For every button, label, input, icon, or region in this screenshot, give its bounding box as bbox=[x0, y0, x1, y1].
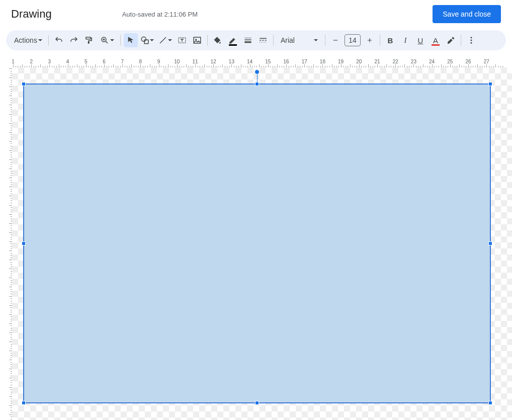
paint-roller-icon bbox=[84, 36, 94, 45]
border-dash-button[interactable] bbox=[256, 33, 270, 47]
fill-color-button[interactable] bbox=[211, 33, 225, 47]
undo-icon bbox=[54, 36, 63, 45]
svg-point-8 bbox=[470, 42, 472, 44]
border-color-button[interactable] bbox=[226, 33, 240, 47]
toolbar-separator bbox=[325, 35, 325, 46]
textbox-icon bbox=[178, 36, 187, 45]
resize-handle-ne[interactable] bbox=[488, 82, 492, 86]
pen-icon bbox=[228, 37, 237, 44]
toolbar-separator bbox=[48, 35, 49, 46]
svg-rect-2 bbox=[145, 40, 149, 44]
text-color-button[interactable]: A bbox=[429, 33, 443, 47]
actions-menu-button[interactable]: Actions bbox=[11, 33, 45, 47]
svg-point-1 bbox=[142, 37, 146, 41]
image-tool-button[interactable] bbox=[190, 33, 204, 47]
shapes-icon bbox=[140, 36, 149, 45]
font-family-select[interactable]: Arial bbox=[277, 33, 322, 47]
resize-handle-n[interactable] bbox=[255, 82, 259, 86]
svg-point-6 bbox=[470, 37, 472, 38]
drawing-workspace: 1234567891011121314151617181920212223242… bbox=[0, 57, 512, 420]
caret-down-icon bbox=[150, 39, 154, 41]
autosave-status: Auto-saved at 2:11:06 PM bbox=[122, 11, 433, 18]
resize-handle-sw[interactable] bbox=[22, 401, 26, 405]
italic-button[interactable]: I bbox=[398, 33, 412, 47]
caret-down-icon bbox=[38, 39, 42, 41]
zoom-icon bbox=[100, 36, 109, 45]
line-dash-icon bbox=[259, 36, 268, 45]
vertical-ruler bbox=[0, 67, 12, 420]
increase-font-size-button[interactable] bbox=[363, 33, 377, 47]
rotation-handle[interactable] bbox=[254, 69, 260, 74]
text-color-letter: A bbox=[433, 36, 438, 45]
line-icon bbox=[158, 36, 167, 45]
dialog-title: Drawing bbox=[11, 8, 52, 21]
resize-handle-se[interactable] bbox=[488, 401, 492, 405]
minus-icon bbox=[332, 37, 339, 44]
caret-down-icon bbox=[110, 39, 114, 41]
border-weight-button[interactable] bbox=[241, 33, 255, 47]
resize-handle-e[interactable] bbox=[488, 241, 492, 245]
toolbar-separator bbox=[273, 35, 274, 46]
select-tool-button[interactable] bbox=[124, 33, 138, 47]
toolbar: Actions bbox=[6, 30, 506, 50]
zoom-button[interactable] bbox=[97, 33, 117, 47]
underline-button[interactable]: U bbox=[413, 33, 428, 47]
resize-handle-s[interactable] bbox=[255, 401, 259, 405]
text-color-swatch bbox=[432, 44, 440, 46]
paint-bucket-icon bbox=[213, 36, 222, 45]
line-tool-button[interactable] bbox=[157, 33, 174, 47]
plus-icon bbox=[366, 37, 373, 44]
toolbar-separator bbox=[120, 35, 121, 46]
line-weight-icon bbox=[243, 36, 252, 45]
caret-down-icon bbox=[168, 39, 172, 41]
cursor-icon bbox=[126, 36, 135, 45]
highlighter-icon bbox=[446, 36, 455, 45]
paint-format-button[interactable] bbox=[82, 33, 96, 47]
font-name-label: Arial bbox=[281, 36, 295, 44]
dialog-header: Drawing Auto-saved at 2:11:06 PM Save an… bbox=[0, 0, 512, 30]
more-options-button[interactable] bbox=[464, 33, 478, 47]
highlight-color-button[interactable] bbox=[444, 33, 458, 47]
border-color-swatch bbox=[229, 44, 237, 46]
resize-handle-nw[interactable] bbox=[22, 82, 26, 86]
horizontal-ruler: 1234567891011121314151617181920212223242… bbox=[12, 57, 512, 67]
resize-handle-w[interactable] bbox=[22, 241, 26, 245]
shape-tool-button[interactable] bbox=[139, 33, 156, 47]
font-size-input[interactable]: 14 bbox=[345, 34, 361, 46]
toolbar-separator bbox=[207, 35, 208, 46]
textbox-tool-button[interactable] bbox=[175, 33, 189, 47]
toolbar-separator bbox=[380, 35, 380, 46]
bold-button[interactable]: B bbox=[383, 33, 397, 47]
decrease-font-size-button[interactable] bbox=[328, 33, 343, 47]
toolbar-separator bbox=[461, 35, 461, 46]
more-vert-icon bbox=[467, 36, 476, 45]
redo-button[interactable] bbox=[67, 33, 81, 47]
undo-button[interactable] bbox=[52, 33, 66, 47]
selected-rectangle-shape[interactable] bbox=[23, 83, 491, 403]
image-icon bbox=[193, 36, 202, 45]
actions-label: Actions bbox=[14, 36, 37, 44]
caret-down-icon bbox=[314, 39, 318, 41]
redo-icon bbox=[69, 36, 78, 45]
drawing-canvas[interactable] bbox=[12, 67, 512, 420]
save-and-close-button[interactable]: Save and close bbox=[433, 5, 501, 23]
svg-point-7 bbox=[470, 40, 472, 41]
svg-point-5 bbox=[195, 39, 197, 40]
